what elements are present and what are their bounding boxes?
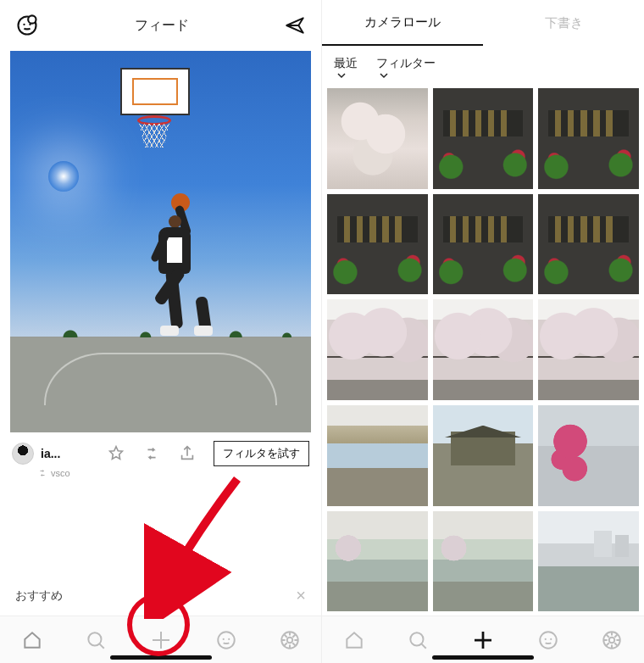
photo-thumb[interactable] — [433, 405, 534, 506]
repost-icon[interactable] — [142, 444, 175, 463]
tab-search[interactable] — [85, 629, 107, 651]
photo-grid — [322, 88, 644, 616]
tab-drafts[interactable]: 下書き — [483, 0, 644, 46]
photo-thumb[interactable] — [433, 299, 534, 400]
send-icon[interactable] — [284, 14, 306, 36]
username[interactable]: ia... — [41, 447, 60, 460]
photo-thumb[interactable] — [538, 194, 639, 295]
photo-thumb[interactable] — [327, 88, 428, 189]
photo-thumb[interactable] — [327, 405, 428, 506]
post-source: vsco — [51, 468, 70, 478]
svg-point-3 — [29, 24, 31, 25]
photo-thumb[interactable] — [433, 511, 534, 612]
svg-point-5 — [218, 632, 235, 649]
tab-face[interactable] — [215, 629, 237, 651]
sort-filter[interactable]: フィルター — [376, 56, 436, 80]
svg-point-12 — [545, 638, 547, 639]
svg-point-15 — [609, 637, 615, 643]
header: フィード — [0, 0, 321, 51]
feed-photo[interactable] — [10, 51, 311, 432]
suggestions-header: おすすめ × — [0, 576, 321, 616]
svg-point-2 — [23, 24, 25, 25]
avatar[interactable] — [12, 443, 34, 465]
photo-thumb[interactable] — [327, 511, 428, 612]
tab-bar — [0, 616, 321, 663]
photo-thumb[interactable] — [433, 88, 534, 189]
svg-point-13 — [550, 638, 552, 639]
share-icon[interactable] — [178, 444, 210, 463]
home-indicator — [110, 655, 212, 660]
sort-recent[interactable]: 最近 — [334, 56, 358, 80]
tab-camera-roll[interactable]: カメラロール — [322, 0, 483, 46]
tab-home[interactable] — [343, 629, 365, 651]
close-icon[interactable]: × — [296, 586, 306, 605]
sort-row: 最近 フィルター — [322, 46, 644, 88]
tab-add[interactable] — [148, 627, 174, 653]
svg-point-9 — [286, 637, 292, 643]
svg-point-11 — [540, 632, 557, 649]
camera-roll-screen: カメラロール 下書き 最近 フィルター — [322, 0, 644, 663]
tab-search[interactable] — [407, 629, 429, 651]
tab-studio[interactable] — [279, 629, 301, 651]
tab-bar — [322, 616, 644, 663]
photo-thumb[interactable] — [538, 405, 639, 506]
home-indicator — [432, 655, 534, 660]
tab-add[interactable] — [470, 627, 496, 653]
suggestions-label: おすすめ — [15, 588, 63, 604]
photo-thumb[interactable] — [538, 299, 639, 400]
photo-thumb[interactable] — [433, 194, 534, 295]
top-tabs: カメラロール 下書き — [322, 0, 644, 46]
try-filter-button[interactable]: フィルタを試す — [214, 441, 309, 466]
photo-thumb[interactable] — [327, 299, 428, 400]
photo-thumb[interactable] — [327, 194, 428, 295]
svg-point-10 — [410, 632, 423, 645]
svg-point-4 — [88, 632, 101, 645]
post-meta-row: ia... フィルタを試す — [0, 432, 321, 466]
tab-face[interactable] — [537, 629, 559, 651]
feed-screen: フィード — [0, 0, 322, 663]
photo-thumb[interactable] — [538, 88, 639, 189]
tab-studio[interactable] — [601, 629, 623, 651]
page-title: フィード — [135, 17, 189, 35]
star-icon[interactable] — [107, 444, 139, 463]
photo-thumb[interactable] — [538, 511, 639, 612]
tab-home[interactable] — [21, 629, 43, 651]
svg-point-6 — [222, 638, 224, 639]
post-source-row: vsco — [0, 466, 321, 478]
svg-point-1 — [28, 15, 36, 23]
face-icon[interactable] — [15, 14, 39, 37]
svg-point-7 — [228, 638, 230, 639]
